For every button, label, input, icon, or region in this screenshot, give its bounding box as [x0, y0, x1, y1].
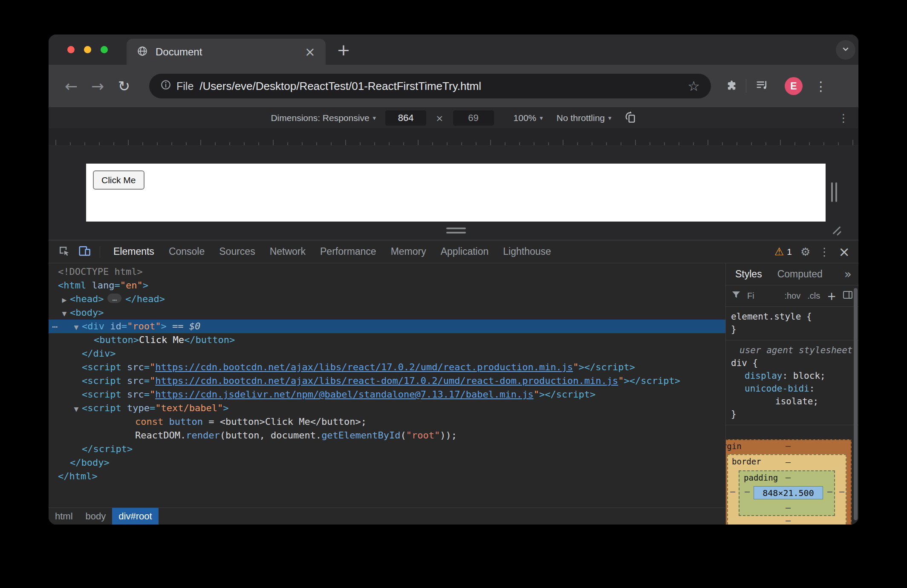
- bookmark-star-icon[interactable]: ☆: [687, 78, 700, 94]
- expand-arrow-icon[interactable]: ▼: [71, 402, 82, 416]
- devtools-tab-console[interactable]: Console: [162, 240, 212, 263]
- viewport-width-input[interactable]: 864: [385, 110, 426, 126]
- ruler-tick: [171, 142, 172, 145]
- profile-avatar[interactable]: E: [785, 77, 803, 95]
- code-segment: }: [731, 324, 737, 334]
- margin-top-value[interactable]: –: [786, 441, 791, 451]
- devtools-tab-lighthouse[interactable]: Lighthouse: [496, 240, 558, 263]
- address-bar[interactable]: File /Users/eve/Desktop/ReactTest/01-Rea…: [149, 74, 711, 98]
- tree-row-body-close[interactable]: </body>: [49, 456, 725, 470]
- zoom-select[interactable]: 100% ▾: [514, 113, 543, 123]
- breadcrumb-item-html[interactable]: html: [49, 508, 79, 525]
- devtools-menu-button[interactable]: ⋮: [819, 245, 830, 258]
- devtools-tab-performance[interactable]: Performance: [313, 240, 384, 263]
- tree-row-body-open[interactable]: ▼<body>: [49, 306, 725, 320]
- viewport-resize-handle-bottom[interactable]: [446, 228, 466, 233]
- expand-arrow-icon[interactable]: ▶: [59, 293, 70, 307]
- devtools-close-button[interactable]: ×: [838, 244, 850, 260]
- sidebar-tab-computed[interactable]: Computed: [777, 268, 823, 280]
- tree-row-script-close[interactable]: </script>: [49, 442, 725, 456]
- tree-row-button[interactable]: <button>Click Me</button>: [49, 333, 725, 347]
- pane-layout-icon[interactable]: [843, 291, 852, 301]
- site-info-chip[interactable]: File: [160, 79, 194, 93]
- ruler-tick: [635, 140, 636, 145]
- code-segment: }: [731, 409, 737, 419]
- toolbar-divider: [746, 79, 746, 93]
- new-style-rule-button[interactable]: +: [827, 290, 836, 303]
- box-model-content[interactable]: 848×21.500: [754, 486, 823, 499]
- devtools-tab-application[interactable]: Application: [433, 240, 496, 263]
- expand-arrow-icon[interactable]: ▼: [59, 307, 70, 320]
- tree-row-div-close[interactable]: </div>: [49, 347, 725, 360]
- border-bottom-value[interactable]: –: [786, 515, 791, 525]
- padding-bottom-value[interactable]: –: [786, 502, 791, 513]
- tree-row-js-const[interactable]: const button = <button>Click Me</button>…: [49, 415, 725, 429]
- more-tabs-icon[interactable]: »: [844, 267, 854, 281]
- expand-arrow-icon[interactable]: ▼: [71, 320, 82, 334]
- row-overflow-icon[interactable]: …: [52, 318, 58, 331]
- viewport-resize-handle-corner[interactable]: [831, 224, 843, 236]
- device-toolbar-menu-button[interactable]: ⋮: [838, 112, 849, 124]
- padding-left-value[interactable]: –: [745, 486, 750, 496]
- back-button[interactable]: ←: [58, 73, 84, 99]
- media-controls-button[interactable]: [756, 80, 768, 92]
- tree-row-script-react[interactable]: <script src="https://cdn.bootcdn.net/aja…: [49, 360, 725, 374]
- code-segment: ": [150, 389, 155, 400]
- viewport-height-input[interactable]: 69: [453, 110, 494, 126]
- border-left-value[interactable]: –: [730, 486, 735, 496]
- issues-button[interactable]: ⚠ 1: [774, 245, 792, 258]
- box-model: 848×21.500 margin border padding – – – –…: [726, 439, 852, 525]
- rotate-viewport-button[interactable]: [624, 111, 636, 125]
- reload-button[interactable]: ↻: [111, 73, 137, 99]
- code-segment: https://cdn.bootcdn.net/ajax/libs/react-…: [155, 375, 618, 386]
- devtools-tab-sources[interactable]: Sources: [212, 240, 262, 263]
- tree-row-doctype[interactable]: <!DOCTYPE html>: [49, 265, 725, 279]
- code-segment: =: [144, 375, 150, 386]
- window-zoom-button[interactable]: [101, 46, 108, 53]
- inspect-element-button[interactable]: [55, 242, 73, 261]
- viewport-resize-handle-right[interactable]: [831, 182, 837, 202]
- css-line: isolate;: [726, 395, 858, 408]
- breadcrumb-item-div-root[interactable]: div#root: [112, 508, 158, 525]
- tree-row-div-root[interactable]: …▼<div id="root"> == $0: [49, 320, 725, 333]
- sidebar-scrollbar[interactable]: [854, 288, 858, 520]
- style-rule[interactable]: element.style {}: [726, 307, 858, 340]
- throttling-select[interactable]: No throttling ▾: [557, 113, 612, 123]
- tree-row-script-babel[interactable]: <script src="https://cdn.jsdelivr.net/np…: [49, 388, 725, 401]
- tree-row-html-open[interactable]: <html lang="en">: [49, 279, 725, 292]
- window-minimize-button[interactable]: [84, 46, 91, 53]
- page-click-me-button[interactable]: Click Me: [93, 170, 144, 190]
- tree-row-script-react-dom[interactable]: <script src="https://cdn.bootcdn.net/aja…: [49, 374, 725, 388]
- tab-search-button[interactable]: [836, 40, 855, 60]
- browser-menu-button[interactable]: ⋮: [815, 79, 827, 94]
- styles-filter-input[interactable]: Filter: [747, 291, 754, 301]
- style-rule[interactable]: user agent stylesheetdiv {display: block…: [726, 340, 858, 425]
- padding-top-value[interactable]: –: [786, 472, 791, 482]
- tree-row-html-close[interactable]: </html>: [49, 470, 725, 483]
- device-toolbar-toggle-button[interactable]: [75, 242, 94, 261]
- padding-right-value[interactable]: –: [827, 486, 832, 496]
- url-text[interactable]: /Users/eve/Desktop/ReactTest/01-ReactFir…: [199, 80, 682, 93]
- new-tab-button[interactable]: +: [333, 40, 354, 60]
- border-right-value[interactable]: –: [839, 486, 844, 496]
- tree-row-head[interactable]: ▶<head>…</head>: [49, 292, 725, 306]
- window-close-button[interactable]: [67, 46, 75, 53]
- border-top-value[interactable]: –: [786, 457, 791, 467]
- browser-tab[interactable]: Document ×: [127, 39, 326, 65]
- tree-row-script-inline-open[interactable]: ▼<script type="text/babel">: [49, 401, 725, 415]
- pseudo-state-toggle[interactable]: :hov: [784, 291, 800, 301]
- tree-row-js-render[interactable]: ReactDOM.render(button, document.getElem…: [49, 429, 725, 442]
- dimensions-select[interactable]: Dimensions: Responsive ▾: [271, 113, 376, 123]
- devtools-tab-memory[interactable]: Memory: [384, 240, 433, 263]
- extensions-button[interactable]: [725, 79, 737, 93]
- devtools-tab-elements[interactable]: Elements: [106, 240, 162, 263]
- code-segment: block: [793, 371, 820, 381]
- element-class-toggle[interactable]: .cls: [807, 291, 820, 301]
- breadcrumb-item-body[interactable]: body: [79, 508, 113, 525]
- settings-gear-icon[interactable]: ⚙: [800, 245, 810, 258]
- code-segment: <script: [82, 403, 127, 413]
- devtools-tab-network[interactable]: Network: [263, 240, 313, 263]
- sidebar-tab-styles[interactable]: Styles: [735, 268, 762, 280]
- forward-button[interactable]: →: [84, 73, 111, 99]
- tab-close-icon[interactable]: ×: [305, 46, 315, 58]
